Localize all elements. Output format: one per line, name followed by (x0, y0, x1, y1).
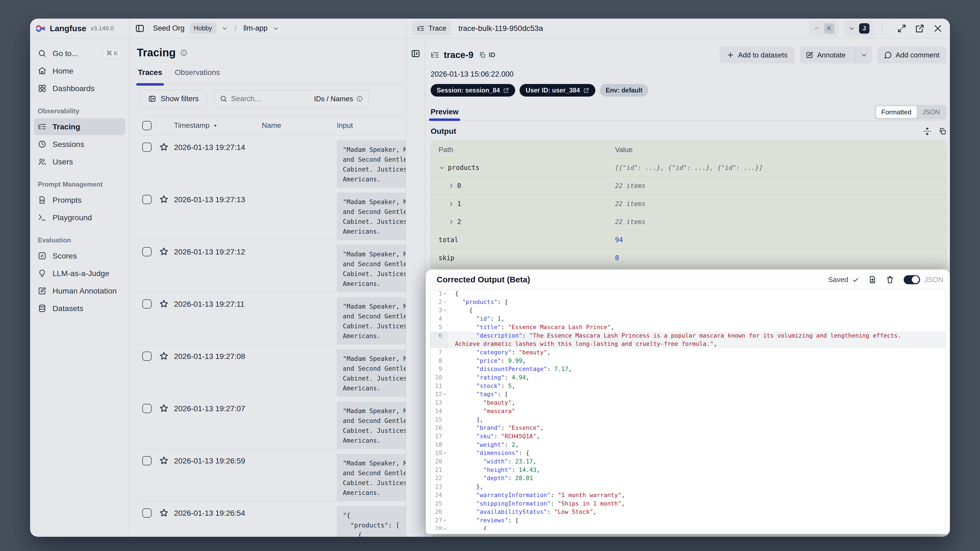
sidebar-item-playground[interactable]: Playground (34, 209, 125, 226)
code-line-24[interactable]: 24 "warrantyInformation": "1 month warra… (430, 491, 945, 500)
next-trace-button[interactable]: J (844, 21, 874, 37)
json-toggle[interactable] (904, 275, 920, 284)
star-icon[interactable] (159, 455, 169, 466)
file-diff-icon[interactable] (868, 275, 877, 284)
org-name[interactable]: Seed Org (153, 24, 185, 33)
output-row-2[interactable]: 222 items (431, 213, 947, 231)
code-line-23[interactable]: 23 }, (430, 483, 945, 491)
fold-chevron-icon[interactable] (442, 306, 448, 314)
code-line-2[interactable]: 2 "products": [ (430, 298, 945, 306)
goto-button[interactable]: Go to...⌘ K (34, 45, 125, 62)
sidebar-item-prompts[interactable]: Prompts (34, 191, 125, 209)
star-icon[interactable] (159, 299, 169, 309)
table-row[interactable]: 2026-01-13 19:26:59"Madam Speaker, Mad a… (137, 449, 406, 501)
table-row[interactable]: 2026-01-13 19:27:12"Madam Speaker, Mad a… (137, 240, 406, 292)
fold-chevron-icon[interactable] (442, 298, 448, 306)
code-line-6[interactable]: 6 "description": "The Essence Mascara La… (430, 331, 945, 348)
code-line-5[interactable]: 5 "title": "Essence Mascara Lash Prince"… (430, 323, 945, 331)
fold-chevron-icon[interactable] (442, 290, 448, 298)
code-line-14[interactable]: 14 "mascara" (430, 407, 945, 416)
trash-icon[interactable] (886, 275, 894, 284)
plan-badge[interactable]: Hobby (189, 23, 216, 34)
code-line-1[interactable]: 1{ (430, 290, 945, 298)
code-line-10[interactable]: 10 "rating": 4.94, (430, 373, 945, 382)
code-line-21[interactable]: 21 "height": 14.43, (430, 466, 945, 475)
search-input[interactable] (231, 95, 310, 103)
trace-type-chip[interactable]: Trace (412, 21, 452, 35)
tab-observations[interactable]: Observations (175, 68, 220, 77)
prev-trace-button[interactable]: K (809, 21, 839, 37)
fold-chevron-icon[interactable] (442, 525, 448, 530)
table-row[interactable]: 2026-01-13 19:27:11"Madam Speaker, Mad a… (137, 292, 406, 344)
annotate-button[interactable]: Annotate (800, 46, 852, 64)
code-line-3[interactable]: 3 { (430, 306, 945, 315)
table-row[interactable]: 2026-01-13 19:27:13"Madam Speaker, Mad a… (137, 188, 406, 240)
sidebar-item-dashboards[interactable]: Dashboards (34, 80, 125, 97)
star-icon[interactable] (159, 351, 169, 361)
sidebar-item-sessions[interactable]: Sessions (34, 136, 125, 153)
trace-ref[interactable]: trace-bulk-119-950dc53a (458, 24, 543, 33)
sidebar-item-llm-as-a-judge[interactable]: LLM-as-a-Judge (34, 265, 125, 282)
collapse-tree-icon[interactable] (410, 49, 420, 59)
code-line-18[interactable]: 18 "weight": 2, (430, 441, 945, 449)
unfold-vertical-icon[interactable] (923, 127, 931, 135)
table-row[interactable]: 2026-01-13 19:27:14"Madam Speaker, Mad a… (137, 135, 406, 188)
table-row[interactable]: 2026-01-13 19:26:54"{ "products": [ { (137, 501, 406, 537)
sidebar-item-users[interactable]: Users (34, 153, 125, 170)
annotate-dropdown[interactable] (856, 46, 872, 64)
search-box[interactable]: IDs / Names (214, 90, 369, 108)
badge-user-id[interactable]: User ID: user_384 (520, 84, 595, 97)
code-line-20[interactable]: 20 "width": 23.17, (430, 457, 945, 466)
code-line-25[interactable]: 25 "shippingInformation": "Ships in 1 mo… (430, 500, 945, 508)
row-checkbox[interactable] (142, 456, 151, 465)
output-row-0[interactable]: 022 items (431, 177, 947, 194)
tab-preview[interactable]: Preview (431, 108, 458, 116)
fold-chevron-icon[interactable] (442, 516, 448, 524)
sidebar-item-human-annotation[interactable]: Human Annotation (34, 282, 125, 299)
show-filters-button[interactable]: Show filters (140, 90, 207, 108)
code-line-15[interactable]: 15 ], (430, 416, 945, 424)
code-line-9[interactable]: 9 "discountPercentage": 7.17, (430, 365, 945, 373)
row-checkbox[interactable] (142, 508, 151, 518)
fold-chevron-icon[interactable] (442, 449, 448, 457)
code-line-22[interactable]: 22 "depth": 28.01 (430, 474, 945, 483)
project-chevron-down-icon[interactable] (272, 25, 279, 32)
star-icon[interactable] (159, 403, 169, 414)
add-comment-button[interactable]: Add comment (877, 46, 947, 64)
tab-traces[interactable]: Traces (138, 68, 162, 77)
code-line-13[interactable]: 13 "beauty", (430, 399, 945, 407)
row-checkbox[interactable] (142, 404, 151, 413)
row-checkbox[interactable] (142, 352, 151, 361)
column-timestamp[interactable]: Timestamp (174, 121, 262, 130)
star-icon[interactable] (159, 247, 169, 257)
star-icon[interactable] (159, 142, 169, 152)
sidebar-item-home[interactable]: Home (34, 62, 125, 80)
table-row[interactable]: 2026-01-13 19:27:07"Madam Speaker, Mad a… (137, 397, 406, 449)
code-line-11[interactable]: 11 "stock": 5, (430, 382, 945, 390)
output-row-skip[interactable]: skip0 (431, 249, 947, 267)
row-checkbox[interactable] (142, 195, 151, 204)
close-icon[interactable] (933, 24, 943, 33)
star-icon[interactable] (159, 508, 169, 518)
code-line-19[interactable]: 19 "dimensions": { (430, 449, 945, 457)
copy-id-button[interactable]: ID (479, 51, 495, 59)
search-scope[interactable]: IDs / Names (314, 95, 363, 103)
output-row-total[interactable]: total94 (431, 231, 947, 249)
sidebar-item-datasets[interactable]: Datasets (34, 300, 125, 317)
code-line-8[interactable]: 8 "price": 9.99, (430, 357, 945, 365)
column-name[interactable]: Name (262, 121, 337, 130)
org-chevron-down-icon[interactable] (221, 25, 228, 32)
code-line-12[interactable]: 12 "tags": [ (430, 390, 945, 399)
json-editor[interactable]: 1{2 "products": [3 {4 "id": 1,5 "title":… (430, 289, 945, 530)
sidebar-item-tracing[interactable]: Tracing (34, 118, 125, 135)
code-line-28[interactable]: 28 { (430, 525, 945, 530)
badge-session[interactable]: Session: session_84 (431, 84, 515, 97)
star-icon[interactable] (159, 194, 169, 205)
format-option-json[interactable]: JSON (917, 106, 945, 118)
table-row[interactable]: 2026-01-13 19:27:08"Madam Speaker, Mad a… (137, 344, 406, 397)
column-input[interactable]: Input (337, 121, 406, 130)
output-row-products[interactable]: products[{"id": ...}, {"id": ...}, {"id"… (431, 158, 947, 177)
code-line-16[interactable]: 16 "brand": "Essence", (430, 424, 945, 432)
copy-output-icon[interactable] (939, 127, 947, 135)
format-option-formatted[interactable]: Formatted (876, 106, 917, 118)
